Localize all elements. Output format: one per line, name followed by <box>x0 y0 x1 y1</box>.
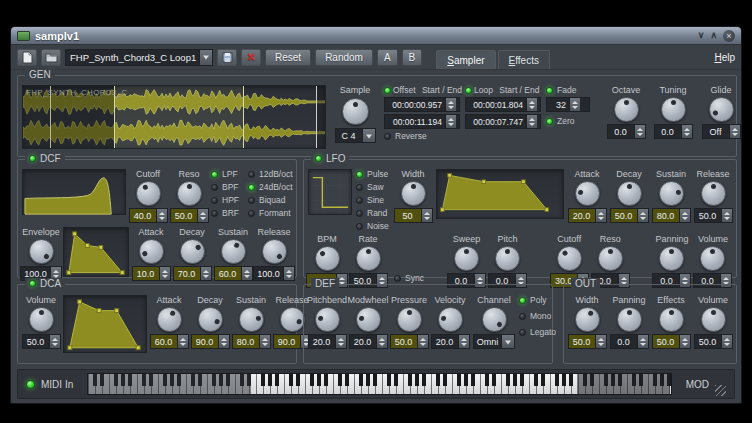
dca-envelope-display[interactable] <box>63 295 147 353</box>
radio-hpf[interactable]: HPF <box>211 195 245 205</box>
lfo-release-spin[interactable]: 50.0 <box>694 208 733 223</box>
dcf-reso-knob[interactable] <box>177 181 202 206</box>
lfo-envelope-display[interactable] <box>436 169 564 219</box>
radio-24db[interactable]: 24dB/oct <box>248 182 300 192</box>
dcf-decay-spin[interactable]: 70.0 <box>173 266 212 281</box>
pitchbend-knob[interactable] <box>315 307 340 332</box>
spin-buttons[interactable] <box>445 98 456 111</box>
reset-button[interactable]: Reset <box>265 49 311 66</box>
dcf-filter-display[interactable] <box>22 169 126 215</box>
spin-buttons[interactable] <box>200 267 211 280</box>
radio-formant[interactable]: Formant <box>248 208 300 218</box>
loop-end-spin[interactable]: 00:00:07.747 <box>465 114 541 129</box>
glide-knob[interactable] <box>709 97 734 122</box>
dca-volume-knob[interactable] <box>29 307 54 332</box>
radio-poly[interactable]: Poly <box>519 295 563 305</box>
sync-toggle[interactable]: Sync <box>394 273 424 283</box>
dcf-led[interactable] <box>29 155 36 162</box>
lfo-reso-knob[interactable] <box>598 246 623 271</box>
spin-buttons[interactable] <box>376 335 387 348</box>
sample-waveform-display[interactable]: FHP_SYNTH_CHORD3_C <box>22 85 326 149</box>
lfo-attack-spin[interactable]: 20.0 <box>568 208 607 223</box>
out-effects-knob[interactable] <box>659 307 684 332</box>
random-button[interactable]: Random <box>315 49 373 66</box>
spin-buttons[interactable] <box>283 267 294 280</box>
radio-mono[interactable]: Mono <box>519 311 563 321</box>
channel-knob[interactable] <box>482 307 507 332</box>
dcf-cutoff-knob[interactable] <box>136 181 161 206</box>
pressure-knob[interactable] <box>397 307 422 332</box>
out-volume-spin[interactable]: 50.0 <box>694 334 733 349</box>
reverse-toggle[interactable]: Reverse <box>384 131 460 141</box>
lfo-led[interactable] <box>315 155 322 162</box>
lfo-attack-knob[interactable] <box>575 181 600 206</box>
spin-buttons[interactable] <box>729 125 740 138</box>
radio-bpf[interactable]: BPF <box>211 182 245 192</box>
spin-buttons[interactable] <box>458 335 469 348</box>
dcf-cutoff-spin[interactable]: 40.0 <box>129 208 168 223</box>
lfo-rate-knob[interactable] <box>356 246 381 271</box>
dca-volume-spin[interactable]: 50.0 <box>22 334 61 349</box>
lfo-pitch-knob[interactable] <box>495 246 520 271</box>
lfo-sustain-spin[interactable]: 80.0 <box>652 208 691 223</box>
titlebar[interactable]: samplv1 ∨ ∧ × <box>11 27 741 45</box>
spin-buttons[interactable] <box>259 335 270 348</box>
out-panning-knob[interactable] <box>617 307 642 332</box>
modwheel-knob[interactable] <box>356 307 381 332</box>
dca-attack-spin[interactable]: 60.0 <box>150 334 189 349</box>
dca-attack-knob[interactable] <box>157 307 182 332</box>
loop-start-spin[interactable]: 00:00:01.804 <box>465 97 541 112</box>
dca-release-knob[interactable] <box>280 307 305 332</box>
lfo-release-knob[interactable] <box>701 181 726 206</box>
radio-brf[interactable]: BRF <box>211 208 245 218</box>
help-button[interactable]: Help <box>714 52 735 63</box>
sample-note-dropdown-icon[interactable] <box>362 129 375 142</box>
modwheel-spin[interactable]: 20.0 <box>349 334 388 349</box>
spin-buttons[interactable] <box>721 335 732 348</box>
dcf-decay-knob[interactable] <box>180 239 205 264</box>
dca-decay-knob[interactable] <box>198 307 223 332</box>
offset-end-marker[interactable] <box>316 86 317 148</box>
dcf-reso-spin[interactable]: 50.0 <box>170 208 209 223</box>
sample-note-combo[interactable]: C 4 <box>335 128 376 143</box>
lfo-panning-knob[interactable] <box>659 246 684 271</box>
zero-toggle[interactable]: Zero <box>546 116 590 126</box>
a-button[interactable]: A <box>377 49 398 66</box>
spin-buttons[interactable] <box>721 209 732 222</box>
resize-grip-icon[interactable] <box>715 385 726 396</box>
velocity-spin[interactable]: 20.0 <box>431 334 470 349</box>
piano-keyboard[interactable] <box>87 373 671 395</box>
tuning-spin[interactable]: 0.0 <box>654 124 693 139</box>
open-preset-button[interactable] <box>41 49 61 66</box>
offset-start-spin[interactable]: 00:00:00.957 <box>384 97 460 112</box>
lfo-sustain-knob[interactable] <box>659 181 684 206</box>
dca-sustain-spin[interactable]: 80.0 <box>232 334 271 349</box>
spin-buttons[interactable] <box>241 267 252 280</box>
spin-buttons[interactable] <box>679 209 690 222</box>
out-panning-spin[interactable]: 0.0 <box>610 334 649 349</box>
radio-12db[interactable]: 12dB/oct <box>248 169 300 179</box>
offset-end-spin[interactable]: 00:00:11.194 <box>384 114 460 129</box>
spin-buttons[interactable] <box>49 335 60 348</box>
spin-buttons[interactable] <box>197 209 208 222</box>
dcf-release-spin[interactable]: 100.0 <box>253 266 295 281</box>
spin-buttons[interactable] <box>595 335 606 348</box>
out-width-spin[interactable]: 50.0 <box>568 334 607 349</box>
b-button[interactable]: B <box>402 49 423 66</box>
tab-sampler[interactable]: Sampler <box>436 50 495 69</box>
dcf-sustain-knob[interactable] <box>221 239 246 264</box>
lfo-cutoff-knob[interactable] <box>557 246 582 271</box>
spin-buttons[interactable] <box>335 335 346 348</box>
lfo-volume-knob[interactable] <box>700 246 725 271</box>
lfo-decay-spin[interactable]: 50.0 <box>610 208 649 223</box>
dcf-envelope-knob[interactable] <box>29 239 54 264</box>
tuning-knob[interactable] <box>661 97 686 122</box>
spin-buttons[interactable] <box>445 115 456 128</box>
out-volume-knob[interactable] <box>701 307 726 332</box>
radio-noise[interactable]: Noise <box>356 221 390 231</box>
close-icon[interactable]: × <box>723 30 735 42</box>
spin-buttons[interactable] <box>526 98 537 111</box>
dcf-envelope-display[interactable] <box>63 227 129 277</box>
fade-spin[interactable]: 32 <box>546 97 590 112</box>
radio-lpf[interactable]: LPF <box>211 169 245 179</box>
